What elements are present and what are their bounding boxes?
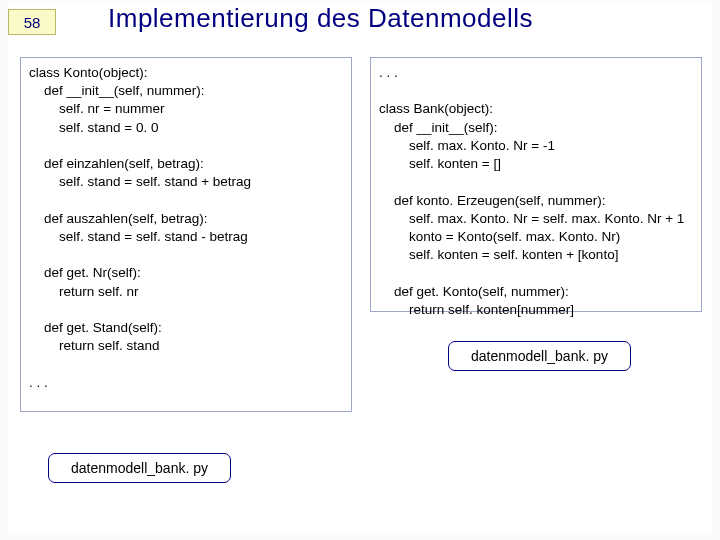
code-box-bank: . . . class Bank(object): def __init__(s… <box>370 57 702 312</box>
page-number: 58 <box>24 14 41 31</box>
slide-header: 58 Implementierung des Datenmodells <box>8 3 712 47</box>
file-label-left: datenmodell_bank. py <box>48 453 231 483</box>
page-number-badge: 58 <box>8 9 56 35</box>
file-label-right: datenmodell_bank. py <box>448 341 631 371</box>
slide: 58 Implementierung des Datenmodells clas… <box>8 3 712 533</box>
code-box-konto: class Konto(object): def __init__(self, … <box>20 57 352 412</box>
slide-title: Implementierung des Datenmodells <box>108 3 533 34</box>
